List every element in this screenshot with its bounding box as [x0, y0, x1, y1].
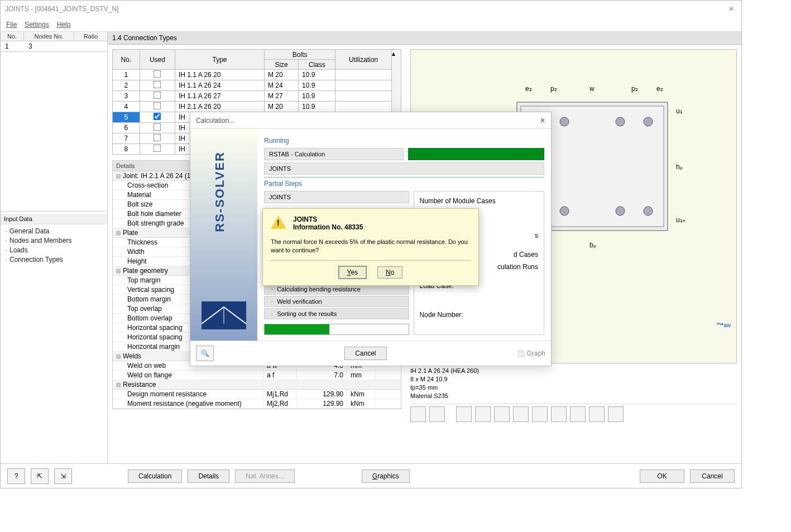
svg-point-8 — [616, 207, 625, 215]
view-zp-button[interactable] — [532, 406, 548, 422]
used-checkbox[interactable] — [154, 70, 161, 78]
menu-bar: File Settings Help — [1, 17, 741, 32]
view-xp-button[interactable] — [456, 406, 472, 422]
col-no[interactable]: No. — [1, 32, 24, 41]
svg-point-7 — [560, 207, 569, 215]
import-button[interactable]: ⇱ — [31, 468, 49, 484]
cancel-button[interactable]: Cancel — [690, 469, 735, 483]
table-row[interactable]: 1IH 1.1 A 26 20M 2010.9 — [113, 70, 392, 80]
run-rstab-label: RSTAB - Calculation — [264, 148, 404, 160]
rstab-progress — [408, 148, 544, 160]
menu-help[interactable]: Help — [57, 21, 71, 28]
warning-icon — [271, 215, 286, 231]
view-yp-button[interactable] — [494, 406, 510, 422]
view-a-button[interactable] — [429, 406, 445, 422]
case-list: No. Nodes No. Ratio 1 3 — [1, 32, 107, 52]
svg-point-5 — [644, 117, 653, 126]
svg-point-3 — [560, 117, 569, 126]
main-heading: 1.4 Connection Types — [108, 32, 741, 45]
used-checkbox[interactable] — [154, 134, 161, 142]
svg-text:bₚ: bₚ — [589, 241, 596, 249]
no-button[interactable]: No — [377, 266, 402, 279]
diagram-notes: IH 2.1 A 26 24 (HEA 260) 8 x M 24 10.9 t… — [410, 363, 737, 404]
solver-sidebar: RS-SOLVER — [190, 129, 257, 341]
msg-body: The normal force N exceeds 5% of the pla… — [271, 238, 471, 261]
partial-joints-head: JOINTS — [264, 191, 409, 203]
graphics-button[interactable]: Graphics — [362, 469, 410, 483]
yes-button[interactable]: Yes — [339, 266, 367, 279]
close-icon[interactable]: ✕ — [540, 117, 545, 124]
menu-file[interactable]: File — [6, 21, 17, 28]
details-button[interactable]: Details — [188, 469, 229, 483]
view-zm-button[interactable] — [551, 406, 567, 422]
used-checkbox[interactable] — [154, 145, 161, 152]
view-toolbar — [410, 404, 737, 424]
window-title: JOINTS - [004641_JOINTS_DSTV_N] — [5, 5, 118, 13]
svg-text:u₁: u₁ — [676, 107, 683, 115]
menu-settings[interactable]: Settings — [25, 21, 49, 28]
svg-text:e₂: e₂ — [656, 85, 663, 93]
used-checkbox[interactable] — [154, 102, 161, 110]
col-nodes[interactable]: Nodes No. — [24, 32, 74, 41]
col-ratio[interactable]: Ratio — [74, 32, 107, 41]
case-row[interactable]: 1 3 — [1, 41, 107, 51]
partial-steps-section: Partial Steps — [264, 177, 544, 188]
view-ym-button[interactable] — [513, 406, 529, 422]
tree-input-data[interactable]: Input Data — [1, 214, 107, 224]
svg-text:hₚ: hₚ — [676, 163, 683, 171]
window-titlebar: JOINTS - [004641_JOINTS_DSTV_N] ✕ — [1, 1, 741, 17]
export-button[interactable]: ⇲ — [54, 468, 72, 484]
help-button[interactable]: ? — [7, 468, 25, 484]
view-iso-button[interactable] — [570, 406, 586, 422]
tree-loads[interactable]: Loads — [5, 246, 107, 255]
svg-text:p₂: p₂ — [631, 85, 638, 93]
search-button[interactable]: 🔍 — [196, 346, 214, 361]
svg-text:w: w — [589, 85, 595, 93]
ok-button[interactable]: OK — [640, 469, 684, 483]
zoom-button[interactable] — [589, 406, 605, 422]
calc-dialog-title: Calculation... — [196, 117, 234, 124]
svg-point-9 — [644, 207, 653, 215]
svg-text:e₂: e₂ — [525, 85, 532, 93]
used-checkbox[interactable] — [154, 81, 161, 89]
used-checkbox[interactable] — [154, 113, 161, 121]
tree-connection-types[interactable]: Connection Types — [5, 255, 107, 265]
nat-annex-button: Nat. Annex... — [235, 469, 295, 483]
tree-nodes-members[interactable]: Nodes and Members — [5, 236, 107, 246]
step-sorting: Sorting out the results — [264, 308, 409, 319]
view-x-button[interactable] — [410, 406, 426, 422]
svg-text:u₁ₙ: u₁ₙ — [676, 216, 685, 224]
graph-checkbox: Graph — [517, 349, 545, 357]
calc-cancel-button[interactable]: Cancel — [344, 347, 386, 360]
calculation-button[interactable]: Calculation — [128, 469, 182, 483]
svg-point-4 — [616, 117, 625, 126]
table-row[interactable]: 3IH 1.1 A 26 27M 2710.9 — [113, 91, 392, 102]
run-joints-label: JOINTS — [264, 162, 544, 175]
msg-subtitle: Information No. 48335 — [293, 223, 363, 231]
close-icon[interactable]: ✕ — [726, 5, 737, 13]
partial-progress — [264, 324, 409, 335]
running-section: Running — [264, 137, 544, 145]
table-row[interactable]: 4IH 2.1 A 26 20M 2010.9 — [113, 102, 392, 112]
table-row[interactable]: 2IH 1.1 A 26 24M 2410.9 — [113, 80, 392, 91]
used-checkbox[interactable] — [154, 92, 161, 99]
tree-general-data[interactable]: General Data — [5, 227, 107, 236]
msg-title: JOINTS — [293, 215, 363, 223]
used-checkbox[interactable] — [154, 123, 161, 131]
view-xm-button[interactable] — [475, 406, 491, 422]
svg-text:p₂: p₂ — [550, 85, 557, 93]
group-resistance[interactable]: Resistance — [113, 380, 401, 390]
warning-dialog: JOINTS Information No. 48335 The normal … — [262, 208, 479, 286]
step-weld: Weld verification — [264, 296, 409, 307]
print-button[interactable] — [608, 406, 624, 422]
